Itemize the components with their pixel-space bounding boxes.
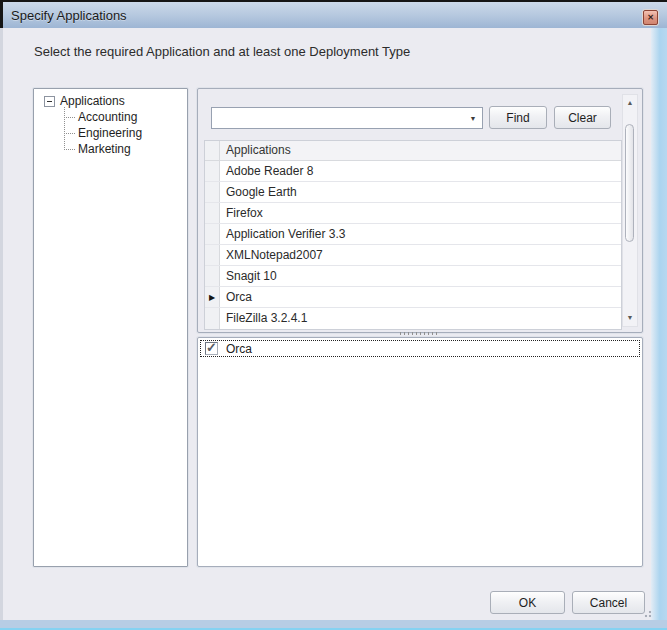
- grid-cell-application-name: FileZilla 3.2.4.1: [220, 308, 621, 329]
- selected-applications-list: ✓Orca: [197, 337, 643, 567]
- close-button[interactable]: ✕: [643, 10, 658, 25]
- window-title: Specify Applications: [11, 8, 127, 23]
- tree-node-accounting[interactable]: Accounting: [34, 109, 187, 125]
- tree-node-label: Engineering: [78, 126, 142, 140]
- grid-row-google-earth[interactable]: Google Earth: [205, 182, 621, 203]
- application-browser-panel: ▼ Find Clear Applications Adobe Reader 8…: [197, 88, 643, 333]
- grid-cell-application-name: Application Verifier 3.3: [220, 224, 621, 244]
- tree-root-label: Applications: [60, 94, 125, 108]
- grid-cell-application-name: XMLNotepad2007: [220, 245, 621, 265]
- find-button[interactable]: Find: [489, 106, 547, 129]
- row-indicator-cell: [205, 266, 220, 286]
- applications-tree: Applications AccountingEngineeringMarket…: [33, 88, 188, 567]
- checked-list-item-orca[interactable]: ✓Orca: [200, 340, 640, 357]
- check-icon: ✓: [206, 340, 217, 355]
- grid-cell-application-name: Google Earth: [220, 182, 621, 202]
- splitter-grip-icon: [400, 332, 440, 335]
- row-indicator-cell: [205, 245, 220, 265]
- specify-applications-dialog: Specify Applications ✕ Select the requir…: [0, 0, 667, 630]
- grid-row-application-verifier-3-3[interactable]: Application Verifier 3.3: [205, 224, 621, 245]
- window-left-border: [0, 28, 3, 620]
- tree-children: AccountingEngineeringMarketing: [34, 109, 187, 157]
- grid-indicator-column-header: [205, 141, 220, 160]
- window-top-border: [0, 0, 667, 2]
- current-row-arrow-icon: ▶: [205, 287, 220, 307]
- tree-node-applications[interactable]: Applications: [34, 93, 187, 109]
- row-indicator-cell: [205, 224, 220, 244]
- row-indicator-cell: [205, 308, 220, 329]
- grid-row-filezilla-3-2-4-1[interactable]: FileZilla 3.2.4.1: [205, 308, 621, 329]
- combo-dropdown-icon[interactable]: ▼: [464, 115, 482, 122]
- checkbox-checked[interactable]: ✓: [205, 342, 218, 355]
- grid-row-xmlnotepad2007[interactable]: XMLNotepad2007: [205, 245, 621, 266]
- applications-grid: Applications Adobe Reader 8Google EarthF…: [204, 140, 622, 330]
- grid-cell-application-name: Orca: [220, 287, 621, 307]
- tree-node-label: Marketing: [78, 142, 131, 156]
- grid-row-adobe-reader-8[interactable]: Adobe Reader 8: [205, 161, 621, 182]
- filter-combobox[interactable]: ▼: [211, 107, 483, 129]
- row-indicator-cell: [205, 161, 220, 181]
- clear-button[interactable]: Clear: [554, 106, 611, 129]
- grid-rows: Adobe Reader 8Google EarthFirefoxApplica…: [205, 161, 621, 329]
- grid-cell-application-name: Snagit 10: [220, 266, 621, 286]
- row-indicator-cell: [205, 203, 220, 223]
- grid-header-row: Applications: [205, 141, 621, 161]
- window-right-border: [651, 28, 667, 620]
- grid-row-orca[interactable]: ▶Orca: [205, 287, 621, 308]
- window-left-border-dark: [0, 0, 3, 28]
- resize-grip-icon[interactable]: [640, 606, 652, 618]
- vertical-scrollbar[interactable]: ▲ ▼: [622, 94, 638, 327]
- grid-cell-application-name: Adobe Reader 8: [220, 161, 621, 181]
- instruction-text: Select the required Application and at l…: [34, 44, 410, 59]
- ok-button[interactable]: OK: [490, 591, 565, 614]
- grid-row-snagit-10[interactable]: Snagit 10: [205, 266, 621, 287]
- cancel-button[interactable]: Cancel: [572, 591, 645, 614]
- close-icon: ✕: [647, 13, 654, 22]
- grid-column-header[interactable]: Applications: [220, 141, 621, 160]
- tree-node-marketing[interactable]: Marketing: [34, 141, 187, 157]
- grid-cell-application-name: Firefox: [220, 203, 621, 223]
- scroll-up-icon[interactable]: ▲: [623, 95, 637, 111]
- tree-collapse-icon[interactable]: [44, 96, 55, 107]
- tree-node-label: Accounting: [78, 110, 137, 124]
- tree-node-engineering[interactable]: Engineering: [34, 125, 187, 141]
- window-bottom-border: [0, 620, 667, 630]
- titlebar[interactable]: Specify Applications: [0, 2, 667, 28]
- scrollbar-thumb[interactable]: [625, 124, 634, 242]
- checked-item-label: Orca: [226, 342, 252, 356]
- grid-row-firefox[interactable]: Firefox: [205, 203, 621, 224]
- row-indicator-cell: [205, 182, 220, 202]
- scroll-down-icon[interactable]: ▼: [623, 310, 637, 326]
- filter-input[interactable]: [212, 111, 464, 125]
